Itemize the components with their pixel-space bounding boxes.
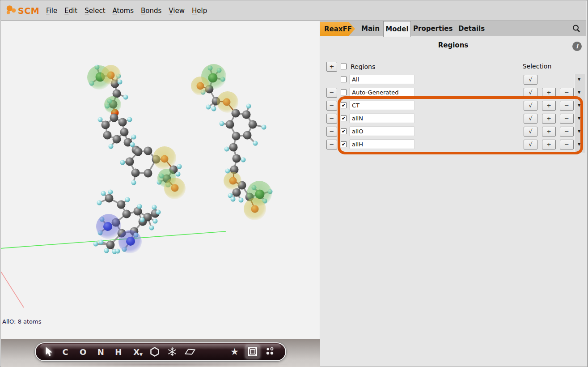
toolbar-strip: CONHX▼★ xyxy=(1,339,320,367)
cursor-icon[interactable] xyxy=(43,347,54,357)
menu-edit[interactable]: Edit xyxy=(61,5,81,17)
tab-reaxff[interactable]: ReaxFF xyxy=(320,22,355,36)
element-x-button[interactable]: X▼ xyxy=(129,347,143,357)
toolbar-reflection xyxy=(30,362,291,367)
remove-region-button[interactable]: − xyxy=(326,127,337,137)
menu-atoms[interactable]: Atoms xyxy=(109,5,138,17)
menu-view[interactable]: View xyxy=(165,5,188,17)
menu-bar: SCM FileEditSelectAtomsBondsViewHelp xyxy=(1,1,586,21)
tab-main[interactable]: Main xyxy=(361,21,380,36)
scm-logo[interactable]: SCM xyxy=(5,4,39,17)
element-toolbar: CONHX▼★ xyxy=(35,342,286,361)
molecule-viewport[interactable]: AllO: 8 atoms CONHX▼★ xyxy=(1,21,320,367)
tab-model[interactable]: Model xyxy=(383,21,411,37)
region-name-field[interactable]: Auto-Generated xyxy=(350,88,415,97)
plane-tool-icon[interactable] xyxy=(184,348,195,356)
element-o-button[interactable]: O xyxy=(77,347,89,357)
row-dropdown-arrow[interactable]: ▼ xyxy=(576,77,582,81)
scm-logo-icon xyxy=(5,4,18,17)
menu-help[interactable]: Help xyxy=(188,5,211,17)
regions-group-label: Regions xyxy=(351,63,375,70)
region-row-All: All√▼ xyxy=(320,75,588,85)
selection-check-button[interactable]: √ xyxy=(524,75,537,85)
logo-text: SCM xyxy=(18,6,39,16)
dots-tool-icon[interactable] xyxy=(265,347,276,357)
row-dropdown-arrow[interactable]: ▼ xyxy=(576,90,582,94)
element-n-button[interactable]: N xyxy=(95,347,106,357)
region-name-field[interactable]: All xyxy=(350,75,415,84)
box-tool-icon[interactable] xyxy=(245,345,260,358)
regions-header-row: +RegionsSelection xyxy=(320,62,588,72)
status-text: AllO: 8 atoms xyxy=(2,318,42,325)
menu-file[interactable]: File xyxy=(42,5,61,17)
region-checkbox-All[interactable] xyxy=(341,77,347,82)
element-c-button[interactable]: C xyxy=(59,347,71,357)
region-checkbox-Auto-Generated[interactable] xyxy=(341,90,347,95)
element-h-button[interactable]: H xyxy=(113,347,124,357)
side-panel: ReaxFFMainModelPropertiesDetails Regions… xyxy=(320,21,586,366)
menu-bonds[interactable]: Bonds xyxy=(137,5,165,17)
app-window: SCM FileEditSelectAtomsBondsViewHelp xyxy=(0,0,588,367)
tab-details[interactable]: Details xyxy=(458,21,485,36)
remove-region-button[interactable]: − xyxy=(326,140,337,149)
menu-select[interactable]: Select xyxy=(81,5,109,17)
remove-region-button[interactable]: − xyxy=(326,101,337,111)
region-rows: +RegionsSelectionAll√▼−Auto-Generated√+−… xyxy=(320,21,586,366)
remove-region-button[interactable]: − xyxy=(326,88,337,98)
tab-properties[interactable]: Properties xyxy=(413,21,453,36)
ring-tool-icon[interactable] xyxy=(149,347,160,357)
favorites-icon[interactable]: ★ xyxy=(229,346,240,357)
selection-column-label: Selection xyxy=(517,63,557,70)
add-region-button[interactable]: + xyxy=(326,62,337,72)
freeze-tool-icon[interactable] xyxy=(166,347,178,357)
molecule-scene xyxy=(1,21,320,367)
regions-group-checkbox[interactable] xyxy=(341,64,347,69)
annotation-highlight xyxy=(338,96,583,154)
remove-region-button[interactable]: − xyxy=(326,114,337,124)
